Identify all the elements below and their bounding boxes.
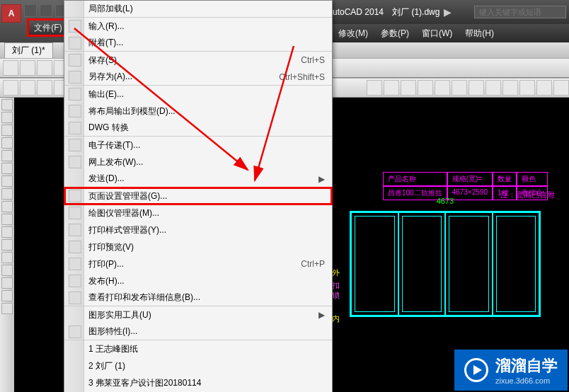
tool-icon[interactable] — [20, 60, 35, 76]
tool-icon[interactable] — [367, 80, 382, 96]
table-header: 规格(宽)= — [447, 172, 493, 186]
menu-publish[interactable]: 发布(H)... — [64, 272, 332, 289]
preview-icon — [69, 241, 81, 253]
watermark-url: zixue.3d66.com — [495, 376, 558, 385]
menu-layout-to-model[interactable]: 将布局输出到模型(D)... — [64, 103, 332, 120]
menu-view-plot-info[interactable]: 查看打印和发布详细信息(B)... — [64, 289, 332, 306]
menu-send[interactable]: 发送(D)...▶ — [64, 171, 332, 188]
menu-page-setup-manager[interactable]: 页面设置管理器(G)... — [64, 188, 332, 204]
table-header: 产品名称 — [383, 172, 447, 186]
menu-modify[interactable]: 修改(M) — [333, 25, 374, 42]
menu-save[interactable]: 保存(S)Ctrl+S — [64, 52, 332, 69]
tool-icon[interactable] — [519, 80, 535, 96]
help-search[interactable] — [474, 6, 566, 18]
file-menu-button[interactable]: 文件(F) — [27, 18, 69, 37]
tool-icon[interactable] — [1, 163, 13, 174]
publish-icon — [69, 275, 81, 287]
table-header: 额色 — [517, 172, 548, 186]
tool-icon[interactable] — [435, 80, 450, 96]
tool-icon[interactable] — [384, 80, 399, 96]
menu-plot-style-manager[interactable]: 打印样式管理器(Y)... — [64, 221, 332, 238]
tool-icon[interactable] — [1, 239, 13, 250]
tool-icon[interactable] — [1, 226, 13, 238]
tool-icon[interactable] — [37, 80, 52, 96]
menu-export[interactable]: 输出(E)... — [64, 86, 332, 103]
tool-icon[interactable] — [1, 137, 13, 149]
tool-text-icon[interactable] — [1, 303, 13, 314]
tool-icon[interactable] — [1, 290, 13, 301]
menu-recent-2[interactable]: 2 刘厂 (1) — [64, 357, 332, 374]
tool-icon[interactable] — [418, 80, 433, 96]
watermark-brand: 溜溜自学 — [495, 357, 558, 374]
qat-new-icon[interactable] — [24, 4, 37, 17]
tool-icon[interactable] — [1, 277, 13, 289]
menu-web-publish[interactable]: 网上发布(W)... — [64, 154, 332, 171]
tool-icon[interactable] — [1, 188, 13, 200]
export-icon — [69, 88, 81, 100]
tool-icon[interactable] — [469, 80, 484, 96]
file-menu: 局部加载(L) 输入(R)... 附着(T)... 保存(S)Ctrl+S 另存… — [64, 0, 333, 392]
tool-icon[interactable] — [20, 80, 35, 96]
print-icon — [69, 258, 81, 270]
menu-plotter-manager[interactable]: 绘图仪管理器(M)... — [64, 204, 332, 221]
app-title: utoCAD 2014 — [333, 7, 384, 17]
attach-icon — [69, 37, 81, 50]
left-toolbar — [0, 98, 14, 392]
menu-window[interactable]: 窗口(W) — [416, 25, 458, 42]
tool-icon[interactable] — [536, 80, 552, 96]
search-arrow-icon: ▶ — [444, 6, 452, 18]
app-logo: A — [1, 4, 21, 23]
tool-line-icon[interactable] — [1, 99, 13, 110]
search-input[interactable] — [474, 6, 566, 18]
play-icon — [464, 358, 488, 382]
tool-icon[interactable] — [502, 80, 518, 96]
shortcut: Ctrl+S — [301, 55, 325, 65]
menu-etransmit[interactable]: 电子传递(T)... — [64, 137, 332, 154]
doc-tab-active[interactable]: 刘厂 (1)* — [4, 42, 53, 59]
dwg-icon — [69, 122, 81, 134]
properties-icon — [69, 325, 81, 338]
tool-icon[interactable] — [1, 265, 13, 276]
web-icon — [69, 156, 81, 168]
tool-icon[interactable] — [452, 80, 467, 96]
etransmit-icon — [69, 139, 81, 151]
tool-icon[interactable] — [1, 201, 13, 212]
import-icon — [69, 20, 81, 33]
tool-icon[interactable] — [1, 150, 13, 161]
quick-access-toolbar — [24, 4, 68, 18]
menu-drawing-properties[interactable]: 图形特性(I)... — [64, 323, 332, 340]
doc-title: 刘厂 (1).dwg — [392, 6, 439, 18]
shortcut: Ctrl+Shift+S — [279, 72, 325, 82]
menu-help[interactable]: 帮助(H) — [459, 25, 500, 42]
tool-icon[interactable] — [553, 80, 569, 96]
tool-icon[interactable] — [3, 80, 18, 96]
plotstyle-icon — [69, 224, 81, 236]
tool-icon[interactable] — [485, 80, 501, 96]
menu-recent-1[interactable]: 1 王志峰图纸 — [64, 340, 332, 357]
tool-icon[interactable] — [1, 112, 13, 123]
tool-icon[interactable] — [401, 80, 416, 96]
qat-open-icon[interactable] — [40, 4, 52, 17]
watermark: 溜溜自学 zixue.3d66.com — [454, 350, 568, 391]
layout-icon — [69, 105, 81, 117]
menu-print[interactable]: 打印(P)...Ctrl+P — [64, 255, 332, 272]
tool-icon[interactable] — [3, 60, 18, 76]
info-icon — [69, 292, 81, 304]
dimension-width: 4673 — [350, 197, 541, 205]
menu-print-preview[interactable]: 打印预览(V) — [64, 238, 332, 255]
menu-partial-load[interactable]: 局部加载(L) — [64, 1, 332, 18]
menu-input[interactable]: 输入(R)... — [64, 18, 332, 35]
save-icon — [69, 54, 81, 67]
tool-icon[interactable] — [1, 252, 13, 263]
menu-params[interactable]: 参数(P) — [375, 25, 415, 42]
menu-recent-3[interactable]: 3 弗莱亚客户设计图20180114 — [64, 374, 332, 391]
tool-icon[interactable] — [1, 214, 13, 225]
tool-icon[interactable] — [37, 60, 52, 76]
tool-icon[interactable] — [1, 175, 13, 187]
menu-dwg-convert[interactable]: DWG 转换 — [64, 120, 332, 137]
menu-attach[interactable]: 附着(T)... — [64, 35, 332, 52]
menu-saveas[interactable]: 另存为(A)...Ctrl+Shift+S — [64, 69, 332, 86]
menu-drawing-utilities[interactable]: 图形实用工具(U)▶ — [64, 306, 332, 323]
tool-icon[interactable] — [1, 125, 13, 136]
table-header: 数量 — [493, 172, 517, 186]
